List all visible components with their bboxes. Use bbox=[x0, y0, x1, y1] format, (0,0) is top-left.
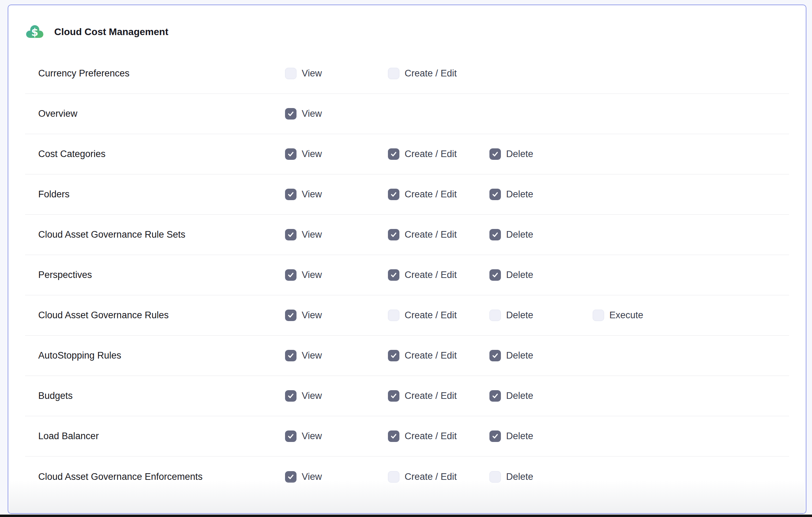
checkbox-label: Create / Edit bbox=[405, 391, 457, 401]
cloud-dollar-icon: $ bbox=[26, 24, 44, 40]
checkbox-label: View bbox=[302, 391, 322, 401]
execute-checkbox-group[interactable]: Execute bbox=[593, 310, 697, 321]
create-edit-checkbox-group[interactable]: Create / Edit bbox=[388, 350, 489, 361]
create-edit-checkbox[interactable] bbox=[388, 189, 399, 200]
delete-checkbox-group[interactable]: Delete bbox=[489, 430, 593, 442]
checkbox-label: Create / Edit bbox=[405, 270, 457, 280]
page-title: Cloud Cost Management bbox=[54, 26, 168, 38]
create-edit-checkbox[interactable] bbox=[388, 68, 399, 79]
view-checkbox[interactable] bbox=[285, 390, 297, 402]
panel-header: $ Cloud Cost Management bbox=[26, 24, 806, 40]
create-edit-checkbox-group[interactable]: Create / Edit bbox=[388, 269, 489, 281]
resource-label: Budgets bbox=[38, 391, 285, 401]
create-edit-checkbox[interactable] bbox=[388, 390, 399, 402]
delete-checkbox[interactable] bbox=[489, 229, 501, 240]
delete-checkbox[interactable] bbox=[489, 148, 501, 160]
view-checkbox-group[interactable]: View bbox=[285, 390, 388, 402]
create-edit-checkbox[interactable] bbox=[388, 269, 399, 281]
create-edit-checkbox-group[interactable]: Create / Edit bbox=[388, 68, 489, 79]
create-edit-checkbox[interactable] bbox=[388, 471, 399, 483]
checkbox-label: Create / Edit bbox=[405, 350, 457, 361]
check-icon bbox=[390, 392, 397, 400]
table-row: Folders View Create / Edit Delete bbox=[25, 174, 789, 215]
table-row: Budgets View Create / Edit Delete bbox=[25, 376, 789, 416]
cloud-cost-management-panel: $ Cloud Cost Management Currency Prefere… bbox=[8, 5, 806, 514]
view-checkbox[interactable] bbox=[285, 471, 297, 483]
table-row: Cloud Asset Governance Rules View Create… bbox=[25, 295, 789, 336]
create-edit-checkbox-group[interactable]: Create / Edit bbox=[388, 189, 489, 200]
delete-checkbox[interactable] bbox=[489, 269, 501, 281]
view-checkbox-group[interactable]: View bbox=[285, 430, 388, 442]
checkbox-label: Create / Edit bbox=[405, 68, 457, 79]
create-edit-checkbox[interactable] bbox=[388, 430, 399, 442]
create-edit-checkbox-group[interactable]: Create / Edit bbox=[388, 471, 489, 483]
checkbox-label: Delete bbox=[506, 310, 533, 321]
checkbox-label: Delete bbox=[506, 471, 533, 482]
view-checkbox[interactable] bbox=[285, 350, 297, 361]
check-icon bbox=[390, 150, 397, 158]
svg-text:$: $ bbox=[31, 26, 38, 38]
view-checkbox-group[interactable]: View bbox=[285, 108, 388, 120]
check-icon bbox=[287, 110, 294, 117]
delete-checkbox[interactable] bbox=[489, 390, 501, 402]
view-checkbox[interactable] bbox=[285, 68, 297, 79]
view-checkbox[interactable] bbox=[285, 148, 297, 160]
checkbox-label: Delete bbox=[506, 431, 533, 442]
check-icon bbox=[287, 312, 294, 319]
view-checkbox-group[interactable]: View bbox=[285, 229, 388, 240]
create-edit-checkbox[interactable] bbox=[388, 148, 399, 160]
view-checkbox[interactable] bbox=[285, 310, 297, 321]
check-icon bbox=[492, 433, 499, 440]
check-icon bbox=[287, 231, 294, 238]
delete-checkbox[interactable] bbox=[489, 471, 501, 483]
create-edit-checkbox[interactable] bbox=[388, 350, 399, 361]
delete-checkbox-group[interactable]: Delete bbox=[489, 189, 593, 200]
check-icon bbox=[390, 191, 397, 198]
delete-checkbox-group[interactable]: Delete bbox=[489, 390, 593, 402]
delete-checkbox-group[interactable]: Delete bbox=[489, 310, 593, 321]
execute-checkbox[interactable] bbox=[593, 310, 604, 321]
delete-checkbox-group[interactable]: Delete bbox=[489, 229, 593, 240]
checkbox-label: View bbox=[302, 310, 322, 321]
view-checkbox-group[interactable]: View bbox=[285, 269, 388, 281]
checkbox-label: View bbox=[302, 270, 322, 280]
check-icon bbox=[287, 271, 294, 279]
delete-checkbox-group[interactable]: Delete bbox=[489, 471, 593, 483]
view-checkbox-group[interactable]: View bbox=[285, 471, 388, 483]
check-icon bbox=[492, 150, 499, 158]
view-checkbox[interactable] bbox=[285, 229, 297, 240]
delete-checkbox[interactable] bbox=[489, 189, 501, 200]
view-checkbox-group[interactable]: View bbox=[285, 310, 388, 321]
checkbox-label: Delete bbox=[506, 149, 533, 159]
delete-checkbox-group[interactable]: Delete bbox=[489, 350, 593, 361]
view-checkbox-group[interactable]: View bbox=[285, 68, 388, 79]
check-icon bbox=[287, 473, 294, 481]
delete-checkbox-group[interactable]: Delete bbox=[489, 148, 593, 160]
view-checkbox[interactable] bbox=[285, 269, 297, 281]
checkbox-label: Create / Edit bbox=[405, 229, 457, 240]
create-edit-checkbox-group[interactable]: Create / Edit bbox=[388, 310, 489, 321]
checkbox-label: Delete bbox=[506, 229, 533, 240]
check-icon bbox=[492, 191, 499, 198]
delete-checkbox-group[interactable]: Delete bbox=[489, 269, 593, 281]
create-edit-checkbox-group[interactable]: Create / Edit bbox=[388, 390, 489, 402]
view-checkbox[interactable] bbox=[285, 189, 297, 200]
delete-checkbox[interactable] bbox=[489, 430, 501, 442]
delete-checkbox[interactable] bbox=[489, 310, 501, 321]
view-checkbox-group[interactable]: View bbox=[285, 350, 388, 361]
checkbox-label: Delete bbox=[506, 270, 533, 280]
create-edit-checkbox[interactable] bbox=[388, 229, 399, 240]
delete-checkbox[interactable] bbox=[489, 350, 501, 361]
view-checkbox-group[interactable]: View bbox=[285, 148, 388, 160]
view-checkbox[interactable] bbox=[285, 430, 297, 442]
view-checkbox[interactable] bbox=[285, 108, 297, 120]
check-icon bbox=[287, 191, 294, 198]
checkbox-label: Create / Edit bbox=[405, 310, 457, 321]
create-edit-checkbox-group[interactable]: Create / Edit bbox=[388, 430, 489, 442]
create-edit-checkbox[interactable] bbox=[388, 310, 399, 321]
view-checkbox-group[interactable]: View bbox=[285, 189, 388, 200]
create-edit-checkbox-group[interactable]: Create / Edit bbox=[388, 148, 489, 160]
resource-label: Cloud Asset Governance Enforcements bbox=[38, 471, 285, 482]
checkbox-label: View bbox=[302, 149, 322, 159]
create-edit-checkbox-group[interactable]: Create / Edit bbox=[388, 229, 489, 240]
